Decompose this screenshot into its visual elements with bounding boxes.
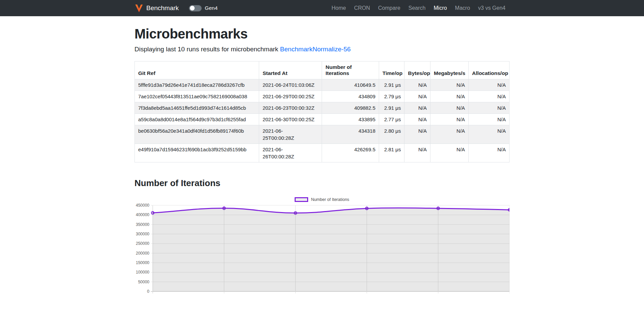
chart-legend[interactable]: Number of Iterations	[134, 197, 510, 202]
cell-allocations-op: N/A	[469, 79, 510, 91]
vitess-logo-icon	[134, 4, 144, 13]
svg-text:300000: 300000	[136, 232, 149, 236]
cell-allocations-op: N/A	[469, 91, 510, 102]
svg-text:250000: 250000	[136, 241, 149, 246]
cell-iterations: 426269.5	[322, 144, 379, 162]
cell-megabytes-s: N/A	[430, 102, 468, 114]
cell-time-op: 2.79 μs	[379, 91, 404, 102]
nav-link-v3-vs-gen4[interactable]: v3 vs Gen4	[474, 2, 510, 14]
header-started-at: Started At	[259, 61, 322, 79]
cell-git-ref: be0630bf56a20e341a0df40fd1d56fb89174f60b	[135, 125, 259, 144]
header-bytes-op: Bytes/op	[404, 61, 430, 79]
header-megabytes-s: Megabytes/s	[430, 61, 468, 79]
cell-iterations: 434318	[322, 125, 379, 144]
nav-link-home[interactable]: Home	[327, 2, 350, 14]
cell-allocations-op: N/A	[469, 114, 510, 125]
cell-time-op: 2.80 μs	[379, 125, 404, 144]
cell-time-op: 2.91 μs	[379, 102, 404, 114]
table-row: 7ae102cef05443f813511ae09c7582169008a038…	[135, 91, 510, 102]
svg-text:100000: 100000	[136, 270, 149, 275]
toggle-label: Gen4	[205, 5, 218, 11]
cell-megabytes-s: N/A	[430, 144, 468, 162]
cell-megabytes-s: N/A	[430, 79, 468, 91]
cell-megabytes-s: N/A	[430, 91, 468, 102]
svg-text:400000: 400000	[136, 212, 149, 217]
legend-swatch	[295, 197, 308, 202]
cell-started-at: 2021-06-24T01:03:06Z	[259, 79, 322, 91]
page-title: Microbenchmarks	[134, 26, 510, 42]
cell-time-op: 2.81 μs	[379, 144, 404, 162]
nav-links: HomeCRONCompareSearchMicroMacrov3 vs Gen…	[327, 5, 510, 11]
gen4-toggle[interactable]	[189, 5, 202, 11]
brand-link[interactable]: Benchmark	[134, 4, 179, 13]
cell-git-ref: 7f3da8ebd5aa14651ffe5d1d993d74c1614d85cb	[135, 102, 259, 114]
table-row: be0630bf56a20e341a0df40fd1d56fb89174f60b…	[135, 125, 510, 144]
table-row: 5fffe91d3a79d26e41e741d18eca2786d3267cfb…	[135, 79, 510, 91]
nav-link-compare[interactable]: Compare	[374, 2, 404, 14]
cell-iterations: 433895	[322, 114, 379, 125]
cell-iterations: 434809	[322, 91, 379, 102]
table-row: a59c8a0a8d0014e8a1f564d9c97b3d1cf6255fad…	[135, 114, 510, 125]
header-iterations: Number of Iterations	[322, 61, 379, 79]
cell-allocations-op: N/A	[469, 144, 510, 162]
header-time-op: Time/op	[379, 61, 404, 79]
subtitle: Displaying last 10 runs results for micr…	[134, 46, 510, 53]
cell-allocations-op: N/A	[469, 125, 510, 144]
svg-text:0: 0	[147, 289, 149, 294]
cell-started-at: 2021-06-29T00:00:25Z	[259, 91, 322, 102]
cell-bytes-op: N/A	[404, 102, 430, 114]
svg-text:200000: 200000	[136, 251, 149, 256]
cell-bytes-op: N/A	[404, 125, 430, 144]
cell-time-op: 2.77 μs	[379, 114, 404, 125]
brand-title: Benchmark	[146, 4, 179, 12]
table-row: 7f3da8ebd5aa14651ffe5d1d993d74c1614d85cb…	[135, 102, 510, 114]
svg-text:450000: 450000	[136, 204, 149, 208]
cell-started-at: 2021-06-23T00:00:32Z	[259, 102, 322, 114]
header-allocations-op: Allocations/op	[469, 61, 510, 79]
iterations-chart: 0500001000001500002000002500003000003500…	[134, 204, 510, 298]
benchmark-link[interactable]: BenchmarkNormalize-56	[280, 46, 351, 53]
nav-link-micro[interactable]: Micro	[430, 2, 451, 14]
svg-text:350000: 350000	[136, 222, 149, 227]
nav-link-cron[interactable]: CRON	[350, 2, 374, 14]
toggle-knob	[190, 6, 195, 10]
cell-started-at: 2021-06-30T00:00:25Z	[259, 114, 322, 125]
cell-bytes-op: N/A	[404, 79, 430, 91]
cell-bytes-op: N/A	[404, 144, 430, 162]
section-title: Number of Iterations	[134, 178, 510, 188]
svg-text:50000: 50000	[138, 280, 150, 284]
cell-iterations: 410649.5	[322, 79, 379, 91]
cell-bytes-op: N/A	[404, 91, 430, 102]
svg-text:150000: 150000	[136, 260, 149, 265]
cell-time-op: 2.91 μs	[379, 79, 404, 91]
cell-started-at: 2021-06- 26T00:00:28Z	[259, 144, 322, 162]
table-header-row: Git RefStarted AtNumber of IterationsTim…	[135, 61, 510, 79]
iterations-chart-wrap: Number of Iterations 0500001000001500002…	[134, 197, 510, 298]
subtitle-text: Displaying last 10 runs results for micr…	[134, 46, 280, 53]
cell-git-ref: a59c8a0a8d0014e8a1f564d9c97b3d1cf6255fad	[135, 114, 259, 125]
nav-link-search[interactable]: Search	[404, 2, 430, 14]
table-body: 5fffe91d3a79d26e41e741d18eca2786d3267cfb…	[135, 79, 510, 162]
cell-megabytes-s: N/A	[430, 125, 468, 144]
cell-git-ref: 5fffe91d3a79d26e41e741d18eca2786d3267cfb	[135, 79, 259, 91]
cell-git-ref: e49f910a7d15946231f690b1acb3f9252d5159bb	[135, 144, 259, 162]
results-table: Git RefStarted AtNumber of IterationsTim…	[134, 61, 510, 162]
header-git-ref: Git Ref	[135, 61, 259, 79]
cell-megabytes-s: N/A	[430, 114, 468, 125]
table-row: e49f910a7d15946231f690b1acb3f9252d5159bb…	[135, 144, 510, 162]
cell-git-ref: 7ae102cef05443f813511ae09c7582169008a038	[135, 91, 259, 102]
cell-iterations: 409882.5	[322, 102, 379, 114]
nav-link-macro[interactable]: Macro	[451, 2, 474, 14]
cell-started-at: 2021-06- 25T00:00:28Z	[259, 125, 322, 144]
cell-allocations-op: N/A	[469, 102, 510, 114]
legend-label: Number of Iterations	[311, 197, 349, 202]
cell-bytes-op: N/A	[404, 114, 430, 125]
navbar: Benchmark Gen4 HomeCRONCompareSearchMicr…	[0, 0, 644, 16]
